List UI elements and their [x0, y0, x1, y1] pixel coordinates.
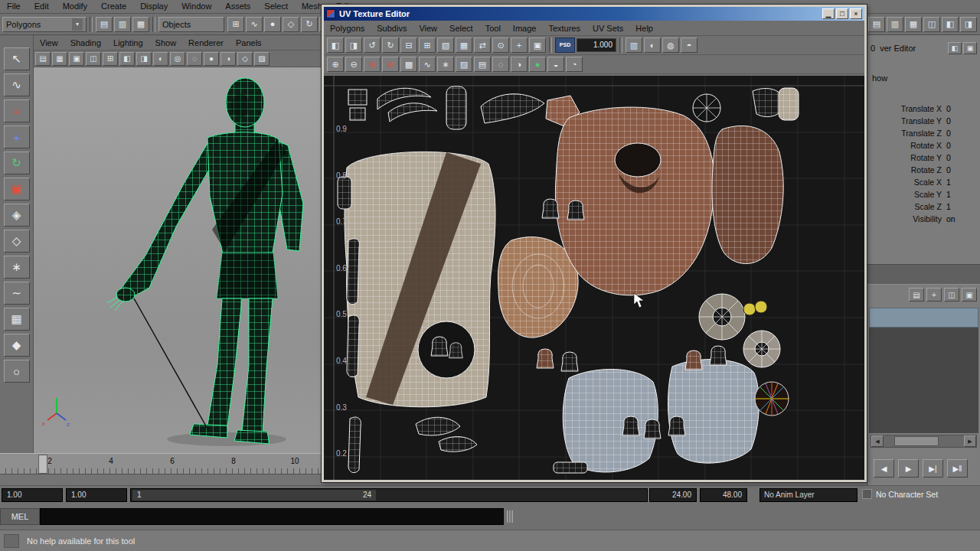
misc-tool[interactable]: ○ — [4, 360, 30, 383]
new-empty-layer-icon[interactable]: + — [926, 288, 942, 302]
sculpt-tool[interactable]: ◆ — [4, 334, 30, 357]
scrollbar-thumb[interactable] — [894, 436, 939, 446]
command-line-mode-button[interactable]: MEL — [0, 508, 40, 525]
texture-ball-icon[interactable]: ● — [529, 57, 546, 72]
uv-menu-polygons[interactable]: Polygons — [324, 24, 371, 33]
image-plane-icon[interactable]: ▣ — [69, 52, 84, 66]
scroll-left-icon[interactable]: ◀ — [871, 435, 884, 447]
uv-menu-image[interactable]: Image — [507, 24, 543, 33]
uv-canvas[interactable]: 0.90.80.70.60.50.40.30.2 — [324, 76, 864, 480]
range-slider-track[interactable]: 1 24 — [130, 488, 648, 502]
snap-to-point-icon[interactable]: ● — [264, 17, 281, 32]
uv-menu-select[interactable]: Select — [443, 24, 479, 33]
uv-menu-view[interactable]: View — [413, 24, 443, 33]
vp-menu-panels[interactable]: Panels — [230, 38, 268, 47]
save-scene-icon[interactable]: ▦ — [132, 17, 149, 32]
uv-menu-tool[interactable]: Tool — [479, 24, 507, 33]
show-manipulator-tool[interactable]: ∗ — [4, 256, 30, 279]
snap-to-plane-icon[interactable]: ◇ — [283, 17, 299, 32]
textured-icon[interactable]: ◑ — [220, 52, 236, 66]
attribute-editor-toggle-icon[interactable]: ▤ — [868, 17, 885, 32]
psd-network-button[interactable]: PSD — [555, 37, 575, 53]
film-gate-icon[interactable]: ◧ — [119, 52, 135, 66]
alpha-channel-icon[interactable]: ◔ — [566, 57, 583, 72]
scale-tool[interactable]: ▣ — [4, 178, 30, 201]
vp-menu-lighting[interactable]: Lighting — [107, 38, 149, 47]
uv-window-titlebar[interactable]: UV Texture Editor ▁ □ × — [324, 7, 864, 21]
selection-mode-dropdown[interactable]: Polygons ▾ — [2, 17, 87, 32]
menu-window[interactable]: Window — [175, 0, 218, 13]
uv-value-field[interactable]: 1.000 — [577, 38, 616, 52]
menu-create[interactable]: Create — [94, 0, 133, 13]
sew-uv-icon[interactable]: ⊞ — [419, 37, 436, 53]
unfold-uv-icon[interactable]: ▧ — [437, 37, 454, 53]
play-forward-button[interactable]: ▶ — [898, 459, 919, 478]
rotate-uv-cw-icon[interactable]: ↻ — [382, 37, 399, 53]
maximize-button[interactable]: □ — [836, 8, 848, 19]
current-frame-handle[interactable] — [38, 455, 47, 474]
display-image-icon[interactable]: ▥ — [626, 37, 642, 53]
layers-menu-icon[interactable]: ▣ — [963, 42, 977, 54]
show-menu-fragment[interactable]: how — [872, 73, 887, 83]
step-back-button[interactable]: ◀ — [874, 459, 894, 478]
split-left-icon[interactable]: ◧ — [942, 17, 959, 32]
select-tool[interactable]: ↖ — [4, 47, 30, 70]
vp-menu-renderer[interactable]: Renderer — [182, 38, 230, 47]
command-line-splitter[interactable] — [507, 510, 513, 523]
use-lights-icon[interactable]: ◇ — [237, 52, 253, 66]
command-line-input[interactable] — [40, 508, 504, 525]
attribute-value-field[interactable]: 0 — [946, 129, 980, 138]
flip-u-icon[interactable]: ◧ — [327, 37, 344, 53]
menu-select[interactable]: Select — [257, 0, 295, 13]
shaded-icon[interactable]: ● — [204, 52, 219, 66]
flip-v-icon[interactable]: ◨ — [345, 37, 362, 53]
split-right-icon[interactable]: ◨ — [960, 17, 977, 32]
align-uv-icon[interactable]: ⇄ — [474, 37, 491, 53]
new-layer-icon[interactable]: ▤ — [909, 288, 924, 302]
minimize-button[interactable]: ▁ — [822, 8, 835, 19]
go-to-end-button[interactable]: ▶‖ — [947, 459, 968, 478]
viewport-canvas[interactable]: x z — [34, 67, 322, 453]
playback-start-field[interactable]: 1.00 — [66, 488, 127, 502]
uv-menu-subdivs[interactable]: Subdivs — [371, 24, 413, 33]
pin-uv-icon[interactable]: ∗ — [437, 57, 454, 72]
animation-start-field[interactable]: 1.00 — [2, 488, 63, 502]
filtered-image-icon[interactable]: ◍ — [662, 37, 679, 53]
select-shell-icon[interactable]: ▣ — [529, 37, 546, 53]
camera-icon[interactable]: ▤ — [35, 52, 51, 66]
safe-display-icon[interactable]: ◎ — [170, 52, 185, 66]
uv-menu-help[interactable]: Help — [629, 24, 659, 33]
selected-layer-row[interactable] — [869, 308, 978, 328]
attribute-value-field[interactable]: 0 — [946, 141, 980, 150]
resolution-gate-icon[interactable]: ◨ — [136, 52, 152, 66]
toggle-isolate-icon[interactable]: ⊘ — [364, 57, 381, 72]
attribute-value-field[interactable]: 0 — [946, 116, 980, 126]
open-scene-icon[interactable]: ▥ — [114, 17, 131, 32]
menu-edit[interactable]: Edit — [28, 0, 56, 13]
new-scene-icon[interactable]: ▤ — [96, 17, 113, 32]
two-sided-lighting-icon[interactable]: ◫ — [86, 52, 101, 66]
snap-uv-icon[interactable]: ⊙ — [492, 37, 509, 53]
uv-lattice-icon[interactable]: ▩ — [400, 57, 417, 72]
horizontal-scrollbar[interactable]: ◀ ▶ — [871, 435, 977, 448]
channels-menu-icon[interactable]: ◧ — [948, 42, 962, 54]
snap-to-curve-icon[interactable]: ∿ — [246, 17, 263, 32]
clear-isolate-icon[interactable]: ⊘ — [382, 57, 399, 72]
curve-tool[interactable]: ∼ — [4, 282, 30, 305]
attribute-value-field[interactable]: 1 — [946, 190, 980, 199]
soft-modification-tool[interactable]: ◇ — [4, 230, 30, 253]
layout-uv-icon[interactable]: ▦ — [456, 37, 472, 53]
uv-menu-uvsets[interactable]: UV Sets — [586, 24, 629, 33]
attribute-value-field[interactable]: 1 — [946, 202, 980, 211]
attribute-value-field[interactable]: 1 — [946, 178, 980, 187]
close-button[interactable]: × — [850, 8, 862, 19]
menu-file[interactable]: File — [0, 0, 28, 13]
menu-modify[interactable]: Modify — [56, 0, 94, 13]
menu-assets[interactable]: Assets — [218, 0, 257, 13]
channel-box-toggle-icon[interactable]: ▦ — [905, 17, 922, 32]
layer-editor-toggle-icon[interactable]: ◫ — [923, 17, 940, 32]
menu-display[interactable]: Display — [133, 0, 175, 13]
range-slider-handle[interactable]: 1 24 — [132, 490, 376, 500]
dim-image-icon[interactable]: ◐ — [644, 37, 661, 53]
selection-mask-dropdown[interactable]: Objects — [158, 17, 224, 32]
